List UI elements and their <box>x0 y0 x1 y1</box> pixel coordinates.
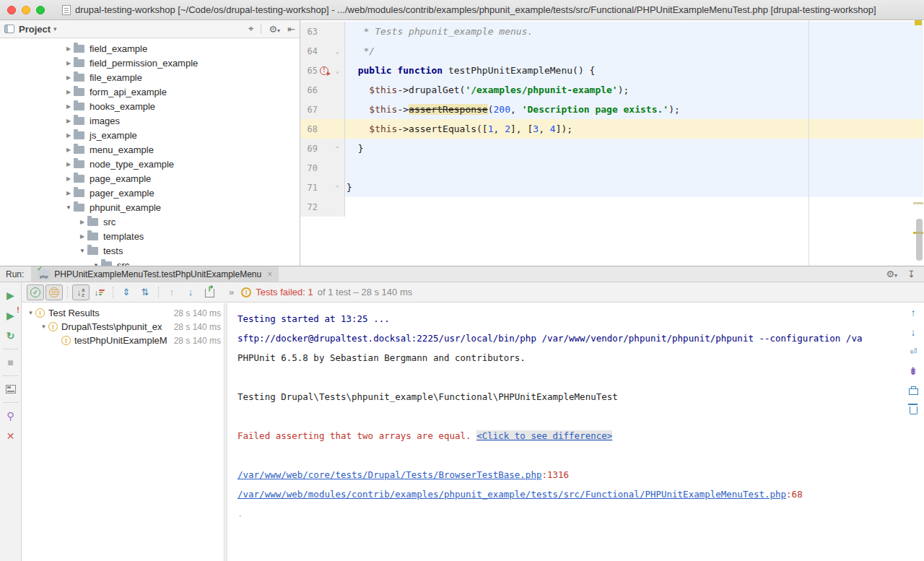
collapsed-arrow-icon[interactable]: ▶ <box>64 74 74 81</box>
chevrons-icon[interactable]: » <box>229 287 234 297</box>
editor-line-70[interactable]: 70 <box>300 158 923 178</box>
collapsed-arrow-icon[interactable]: ▶ <box>64 60 74 66</box>
gutter[interactable]: 65!⌄ <box>300 61 345 80</box>
collapsed-arrow-icon[interactable]: ▶ <box>64 147 74 153</box>
gutter[interactable]: 64⌄ <box>300 41 345 61</box>
clear-all-button[interactable] <box>906 404 920 417</box>
editor-scrollbar-thumb[interactable] <box>916 219 923 261</box>
editor-line-65[interactable]: 65!⌄ public function testPhpUnitExampleM… <box>300 61 923 80</box>
project-tree-item-node_type_example[interactable]: ▶node_type_example <box>0 157 300 171</box>
expanded-arrow-icon[interactable]: ▼ <box>77 248 87 254</box>
editor-line-71[interactable]: 71⌃} <box>300 178 923 197</box>
down-the-stack-trace-button[interactable]: ↓ <box>906 326 920 339</box>
console-link[interactable]: /var/www/web/modules/contrib/examples/ph… <box>237 489 786 500</box>
zoom-window-button[interactable] <box>36 6 45 14</box>
scroll-to-end-button[interactable]: ⇟ <box>906 365 920 378</box>
fold-marker-icon[interactable]: ⌃ <box>331 184 344 191</box>
project-tree-item-file_example[interactable]: ▶file_example <box>0 70 300 84</box>
fold-marker-icon[interactable]: ⌄ <box>331 67 344 74</box>
failed-test-run-gutter-icon[interactable]: ! <box>320 66 328 75</box>
gutter[interactable]: 67 <box>300 100 345 119</box>
collapsed-arrow-icon[interactable]: ▶ <box>64 175 74 182</box>
collapsed-arrow-icon[interactable]: ▶ <box>64 103 74 110</box>
sort-alphabetically-button[interactable]: ↓az <box>72 284 90 300</box>
gutter[interactable]: 69⌃ <box>300 139 345 158</box>
project-settings-gear-icon[interactable]: ⚙▾ <box>269 24 280 35</box>
gutter[interactable]: 70 <box>300 158 345 178</box>
collapsed-arrow-icon[interactable]: ▶ <box>64 45 74 52</box>
scroll-from-source-icon[interactable]: ⌖ <box>248 23 253 35</box>
sort-by-duration-button[interactable]: ↓ <box>91 284 108 300</box>
project-tree-item-templates[interactable]: ▶templates <box>0 229 300 243</box>
pin-tab-button[interactable]: ⚲ <box>3 408 19 424</box>
project-tree-item-js_example[interactable]: ▶js_example <box>0 128 300 142</box>
editor-line-66[interactable]: 66 $this->drupalGet('/examples/phpunit-e… <box>300 80 923 100</box>
gutter[interactable]: 72 <box>300 197 345 217</box>
run-configuration-tab[interactable]: ✓php PHPUnitExampleMenuTest.testPhpUnitE… <box>31 266 279 282</box>
project-tree-item-pager_example[interactable]: ▶pager_example <box>0 186 300 200</box>
expanded-arrow-icon[interactable]: ▼ <box>39 323 48 330</box>
project-tree-item-phpunit_example[interactable]: ▼phpunit_example <box>0 200 300 214</box>
test-tree-row[interactable]: ▼!Test Results28 s 140 ms <box>22 306 224 320</box>
hide-project-panel-icon[interactable]: ⇤ <box>287 24 295 35</box>
hide-run-panel-icon[interactable]: ↧ <box>907 269 915 279</box>
console-link[interactable]: /var/www/web/core/tests/Drupal/Tests/Bro… <box>237 469 541 480</box>
project-tree-item-images[interactable]: ▶images <box>0 113 300 128</box>
soft-wrap-button[interactable]: ⏎ <box>906 345 920 358</box>
up-the-stack-trace-button[interactable]: ↑ <box>906 306 920 319</box>
show-passed-button[interactable]: ✓ <box>27 284 44 300</box>
expanded-arrow-icon[interactable]: ▼ <box>26 310 35 316</box>
error-stripe-warning-mark[interactable] <box>915 20 922 25</box>
project-tree-item-tests[interactable]: ▼tests <box>0 243 300 258</box>
project-tree-item-src[interactable]: ▶src <box>0 214 300 229</box>
console-link[interactable]: <Click to see difference> <box>476 430 612 441</box>
editor-line-68[interactable]: 68 $this->assertEquals([1, 2], [3, 4]); <box>300 119 923 139</box>
print-button[interactable] <box>906 384 920 397</box>
collapsed-arrow-icon[interactable]: ▶ <box>64 118 74 124</box>
expand-all-button[interactable]: ⇕ <box>118 284 135 300</box>
editor-line-69[interactable]: 69⌃ } <box>300 139 923 158</box>
import-test-results-button[interactable]: ↱ <box>201 284 218 300</box>
collapsed-arrow-icon[interactable]: ▶ <box>64 89 74 95</box>
project-tree-item-form_api_example[interactable]: ▶form_api_example <box>0 84 300 99</box>
project-tree-item-field_example[interactable]: ▶field_example <box>0 41 300 56</box>
editor-line-67[interactable]: 67 $this->assertResponse(200, 'Descripti… <box>300 100 923 119</box>
error-stripe-mark[interactable] <box>913 202 923 204</box>
gutter[interactable]: 68 <box>300 119 345 139</box>
project-tree-item-hooks_example[interactable]: ▶hooks_example <box>0 99 300 113</box>
editor-line-72[interactable]: 72 <box>300 197 923 217</box>
project-title-caret[interactable]: ▾ <box>53 25 57 32</box>
test-tree-row[interactable]: ▼!Drupal\Tests\phpunit_ex28 s 140 ms <box>22 320 224 334</box>
next-failed-test-button[interactable]: ↓ <box>182 284 199 300</box>
project-tree-item-menu_example[interactable]: ▶menu_example <box>0 142 300 157</box>
expanded-arrow-icon[interactable]: ▼ <box>64 204 74 211</box>
collapsed-arrow-icon[interactable]: ▶ <box>64 132 74 139</box>
code-editor[interactable]: 63 * Tests phpunit_example menus.64⌄ */6… <box>300 20 923 266</box>
toggle-auto-test-button[interactable]: ↻ <box>3 328 19 344</box>
rerun-tests-button[interactable]: ▶ <box>3 287 19 303</box>
test-tree-row[interactable]: !testPhpUnitExampleM28 s 140 ms <box>22 334 224 347</box>
editor-line-64[interactable]: 64⌄ */ <box>300 41 923 61</box>
project-tree-item-field_permission_example[interactable]: ▶field_permission_example <box>0 56 300 70</box>
close-window-button[interactable] <box>7 6 16 14</box>
minimize-window-button[interactable] <box>22 6 30 14</box>
collapsed-arrow-icon[interactable]: ▶ <box>77 219 87 225</box>
project-tree-item-page_example[interactable]: ▶page_example <box>0 171 300 186</box>
editor-line-63[interactable]: 63 * Tests phpunit_example menus. <box>300 22 923 41</box>
fold-marker-icon[interactable]: ⌃ <box>331 145 344 152</box>
gutter[interactable]: 71⌃ <box>300 178 345 197</box>
test-console-output[interactable]: Testing started at 13:25 ...sftp://docke… <box>225 303 924 561</box>
run-panel-settings-gear-icon[interactable]: ⚙▾ <box>886 269 897 279</box>
gutter[interactable]: 66 <box>300 80 345 100</box>
fold-marker-icon[interactable]: ⌄ <box>331 48 344 55</box>
collapsed-arrow-icon[interactable]: ▶ <box>77 233 87 240</box>
project-title[interactable]: Project <box>19 24 51 35</box>
rerun-failed-tests-button[interactable]: ▶! <box>3 308 19 323</box>
close-run-panel-button[interactable]: ✕ <box>3 428 19 444</box>
close-tab-icon[interactable]: × <box>267 269 272 279</box>
show-ignored-button[interactable] <box>45 284 63 300</box>
collapsed-arrow-icon[interactable]: ▶ <box>64 190 74 196</box>
collapsed-arrow-icon[interactable]: ▶ <box>64 161 74 168</box>
restore-layout-button[interactable] <box>3 381 19 397</box>
project-tree-item-src[interactable]: ▼src <box>0 258 300 266</box>
